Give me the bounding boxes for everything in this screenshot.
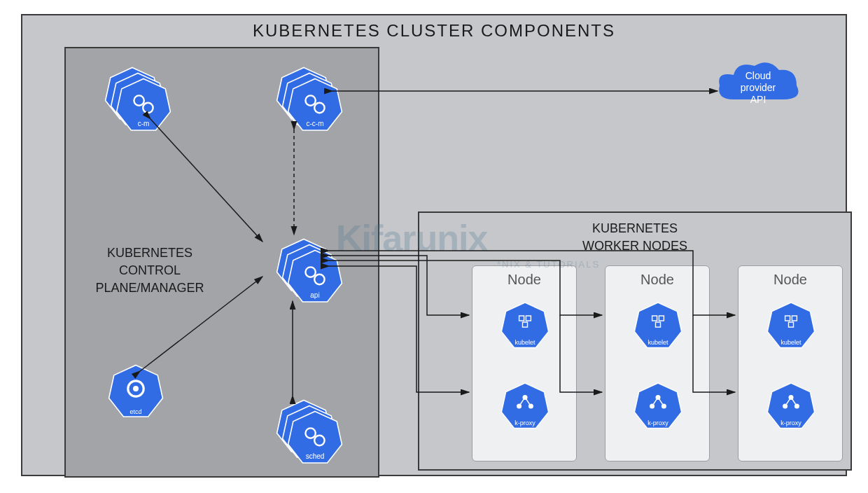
node-label: Node (472, 272, 576, 288)
cluster-container: KUBERNETES CLUSTER COMPONENTS KUBERNETES… (21, 14, 847, 476)
kproxy-component: k-proxy (500, 382, 550, 431)
cloud-provider-api: Cloud provider API (713, 57, 804, 113)
kproxy-label: k-proxy (500, 419, 550, 426)
node-label: Node (606, 272, 709, 288)
controller-manager-stack: c-m (104, 66, 167, 129)
scheduler-stack: sched (276, 398, 339, 461)
etcd-component: etcd (108, 363, 164, 419)
ccm-label: c-c-m (287, 120, 343, 127)
node-1: Node kubelet k-proxy (472, 265, 577, 461)
node-label: Node (738, 272, 842, 288)
sched-label: sched (287, 452, 343, 460)
control-plane-box: KUBERNETES CONTROL PLANE/MANAGER c-m c-c… (64, 47, 379, 478)
cloud-label: Cloud provider API (713, 70, 804, 105)
control-plane-label: KUBERNETES CONTROL PLANE/MANAGER (87, 244, 213, 298)
node-2: Node kubelet k-proxy (605, 265, 710, 461)
cm-label: c-m (115, 120, 172, 127)
api-label: api (287, 291, 343, 299)
api-server-stack: api (276, 237, 339, 300)
svg-point-29 (133, 386, 139, 391)
node-3: Node kubelet k-proxy (738, 265, 843, 461)
kubelet-label: kubelet (500, 339, 550, 346)
diagram-title: KUBERNETES CLUSTER COMPONENTS (22, 21, 846, 41)
etcd-label: etcd (108, 408, 164, 415)
kubelet-component: kubelet (500, 301, 550, 350)
cloud-controller-manager-stack: c-c-m (276, 66, 339, 129)
worker-nodes-label: KUBERNETES WORKER NODES (419, 220, 850, 255)
worker-nodes-box: KUBERNETES WORKER NODES Node kubelet k-p… (418, 211, 852, 471)
